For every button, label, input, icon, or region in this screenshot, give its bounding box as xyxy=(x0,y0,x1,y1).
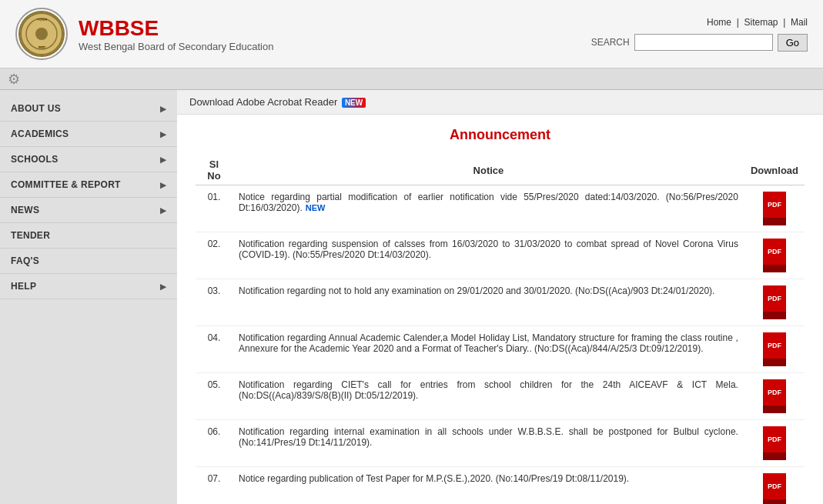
pdf-icon-footer xyxy=(763,359,786,366)
pdf-download-4[interactable]: PDF xyxy=(763,332,786,366)
pdf-icon-footer xyxy=(763,452,786,460)
chevron-right-icon: ▶ xyxy=(160,105,166,113)
mail-link[interactable]: Mail xyxy=(791,17,808,28)
pdf-icon[interactable]: PDF xyxy=(763,379,786,406)
sidebar-label-faq: FAQ'S xyxy=(11,255,39,266)
download-cell[interactable]: PDF xyxy=(744,373,805,420)
pdf-download-2[interactable]: PDF xyxy=(763,239,786,272)
new-badge: NEW xyxy=(342,98,366,108)
pdf-icon[interactable]: PDF xyxy=(763,332,786,359)
sidebar-item-help[interactable]: HELP▶ xyxy=(0,274,177,299)
table-row: 05.Notification regarding CIET's call fo… xyxy=(196,373,805,420)
search-row: SEARCH Go xyxy=(591,34,808,52)
pdf-icon[interactable]: PDF xyxy=(763,192,786,218)
pdf-icon[interactable]: PDF xyxy=(763,239,786,265)
notice-sl: 04. xyxy=(196,326,233,373)
table-row: 01.Notice regarding partial modification… xyxy=(196,185,805,232)
sidebar-label-news: NEWS xyxy=(11,205,39,215)
announcement-section: Announcement Sl No Notice Download 01.No… xyxy=(177,115,823,504)
sitemap-link[interactable]: Sitemap xyxy=(744,17,778,28)
pdf-download-3[interactable]: PDF xyxy=(763,285,786,319)
site-title: WBBSE xyxy=(79,16,273,41)
acrobat-text: Download Adobe Acrobat Reader xyxy=(189,96,337,108)
sidebar-label-tender: TENDER xyxy=(11,230,50,241)
toolbar: ⚙ xyxy=(0,68,823,90)
pdf-icon[interactable]: PDF xyxy=(763,473,786,499)
pdf-download-6[interactable]: PDF xyxy=(763,426,786,460)
puzzle-icon: ⚙ xyxy=(8,71,20,88)
sidebar-item-faq[interactable]: FAQ'S xyxy=(0,249,177,274)
svg-text:সত্যমেব: সত্যমেব xyxy=(37,17,48,22)
announcement-title: Announcement xyxy=(196,127,805,143)
pdf-download-1[interactable]: PDF xyxy=(763,192,786,225)
sidebar: ABOUT US▶ACADEMICS▶SCHOOLS▶COMMITTEE & R… xyxy=(0,90,177,504)
notice-text: Notification regarding suspension of cal… xyxy=(233,232,744,279)
notice-text: Notice regarding publication of Test Pap… xyxy=(233,467,744,505)
table-row: 07.Notice regarding publication of Test … xyxy=(196,467,805,505)
pdf-icon-footer xyxy=(763,218,786,225)
header-right: Home | Sitemap | Mail SEARCH Go xyxy=(591,17,808,52)
table-row: 02.Notification regarding suspension of … xyxy=(196,232,805,279)
chevron-right-icon: ▶ xyxy=(160,206,166,215)
notice-sl: 02. xyxy=(196,232,233,279)
svg-point-2 xyxy=(35,28,48,40)
sidebar-item-schools[interactable]: SCHOOLS▶ xyxy=(0,147,177,172)
col-slno: Sl No xyxy=(196,155,233,185)
col-download: Download xyxy=(744,155,805,185)
sidebar-label-committee-report: COMMITTEE & REPORT xyxy=(11,179,121,190)
header-left: সত্যমেব জয়তে WBBSE West Bengal Board of… xyxy=(15,8,273,60)
chevron-right-icon: ▶ xyxy=(160,181,166,189)
table-row: 04.Notification regarding Annual Academi… xyxy=(196,326,805,373)
sidebar-label-schools: SCHOOLS xyxy=(11,154,58,165)
table-row: 06.Notification regarding internal exami… xyxy=(196,420,805,467)
home-link[interactable]: Home xyxy=(707,17,731,28)
download-cell[interactable]: PDF xyxy=(744,232,805,279)
pdf-download-7[interactable]: PDF xyxy=(763,473,786,504)
download-cell[interactable]: PDF xyxy=(744,326,805,373)
logo-emblem: সত্যমেব জয়তে xyxy=(18,11,65,57)
sidebar-item-tender[interactable]: TENDER xyxy=(0,223,177,249)
notice-text: Notification regarding internal examinat… xyxy=(233,420,744,467)
sidebar-item-about-us[interactable]: ABOUT US▶ xyxy=(0,96,177,122)
col-notice: Notice xyxy=(233,155,744,185)
notice-text: Notification regarding Annual Academic C… xyxy=(233,326,744,373)
sidebar-item-committee-report[interactable]: COMMITTEE & REPORT▶ xyxy=(0,172,177,198)
logo: সত্যমেব জয়তে xyxy=(15,8,68,60)
sidebar-label-help: HELP xyxy=(11,281,36,292)
notice-table: Sl No Notice Download 01.Notice regardin… xyxy=(196,155,805,504)
pdf-download-5[interactable]: PDF xyxy=(763,379,786,413)
notice-text: Notice regarding partial modification of… xyxy=(233,185,744,232)
notice-sl: 05. xyxy=(196,373,233,420)
notice-sl: 07. xyxy=(196,467,233,505)
pdf-icon-footer xyxy=(763,406,786,413)
pdf-icon-footer xyxy=(763,312,786,319)
top-links: Home | Sitemap | Mail xyxy=(707,17,808,28)
search-input[interactable] xyxy=(634,34,773,51)
download-cell[interactable]: PDF xyxy=(744,467,805,505)
sidebar-label-academics: ACADEMICS xyxy=(11,129,69,139)
pdf-icon[interactable]: PDF xyxy=(763,285,786,312)
download-cell[interactable]: PDF xyxy=(744,185,805,232)
notice-sl: 03. xyxy=(196,279,233,326)
download-cell[interactable]: PDF xyxy=(744,279,805,326)
notice-text: Notification regarding CIET's call for e… xyxy=(233,373,744,420)
search-label: SEARCH xyxy=(591,37,630,48)
notice-text: Notification regarding not to hold any e… xyxy=(233,279,744,326)
svg-text:জয়তে: জয়তে xyxy=(38,45,46,49)
main-content: Download Adobe Acrobat Reader NEW Announ… xyxy=(177,90,823,504)
chevron-right-icon: ▶ xyxy=(160,130,166,139)
sidebar-item-news[interactable]: NEWS▶ xyxy=(0,198,177,223)
site-subtitle: West Bengal Board of Secondary Education xyxy=(79,41,273,52)
chevron-right-icon: ▶ xyxy=(160,155,166,164)
pdf-icon[interactable]: PDF xyxy=(763,426,786,452)
site-info: WBBSE West Bengal Board of Secondary Edu… xyxy=(79,16,273,52)
pdf-icon-footer xyxy=(763,499,786,504)
notice-sl: 01. xyxy=(196,185,233,232)
chevron-right-icon: ▶ xyxy=(160,282,166,291)
layout: ABOUT US▶ACADEMICS▶SCHOOLS▶COMMITTEE & R… xyxy=(0,90,823,504)
acrobat-bar: Download Adobe Acrobat Reader NEW xyxy=(177,90,823,115)
download-cell[interactable]: PDF xyxy=(744,420,805,467)
go-button[interactable]: Go xyxy=(778,34,808,52)
sidebar-item-academics[interactable]: ACADEMICS▶ xyxy=(0,122,177,147)
notice-sl: 06. xyxy=(196,420,233,467)
